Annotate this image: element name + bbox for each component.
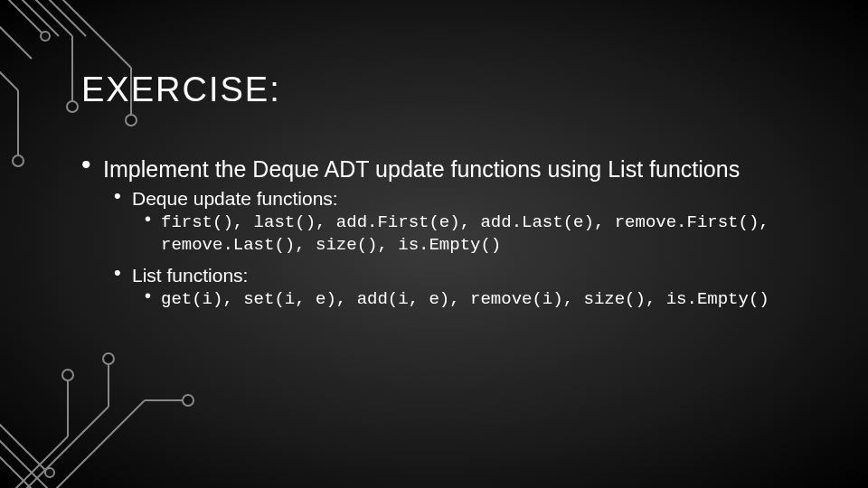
bullet-list-fns: List functions: get(i), set(i, e), add(i… (114, 265, 832, 312)
svg-point-27 (45, 468, 54, 477)
bullet-main-text: Implement the Deque ADT update functions… (103, 156, 740, 182)
bullet-list-label: List functions: (132, 265, 248, 286)
svg-line-12 (0, 432, 54, 488)
svg-line-2 (27, 0, 72, 36)
svg-line-13 (0, 448, 41, 488)
svg-line-3 (41, 0, 86, 36)
svg-line-11 (0, 416, 50, 474)
svg-point-26 (183, 395, 193, 406)
svg-line-1 (14, 0, 59, 36)
bullet-main: Implement the Deque ADT update functions… (81, 155, 832, 311)
svg-point-25 (103, 353, 114, 364)
bullet-deque-code: first(), last(), add.First(e), add.Last(… (145, 211, 832, 258)
svg-line-5 (0, 18, 32, 59)
svg-line-14 (9, 436, 68, 488)
svg-line-4 (54, 0, 99, 36)
bullet-list-code: get(i), set(i, e), add(i, e), remove(i),… (145, 288, 832, 312)
deque-functions-code: first(), last(), add.First(e), add.Last(… (161, 211, 830, 258)
list-functions-code: get(i), set(i, e), add(i, e), remove(i),… (161, 288, 830, 312)
slide-title: EXERCISE: (81, 70, 832, 109)
bullet-list: Implement the Deque ADT update functions… (81, 155, 832, 311)
svg-point-24 (62, 370, 73, 380)
svg-point-22 (13, 155, 24, 166)
svg-line-16 (20, 407, 108, 488)
svg-line-9 (0, 63, 18, 90)
svg-line-18 (50, 400, 145, 488)
slide-content: EXERCISE: Implement the Deque ADT update… (81, 70, 832, 318)
bullet-deque-label: Deque update functions: (132, 188, 338, 209)
svg-line-7 (99, 36, 131, 68)
bullet-deque: Deque update functions: first(), last(),… (114, 188, 832, 258)
svg-line-0 (0, 0, 45, 36)
svg-point-20 (67, 101, 78, 112)
svg-point-23 (41, 32, 50, 41)
